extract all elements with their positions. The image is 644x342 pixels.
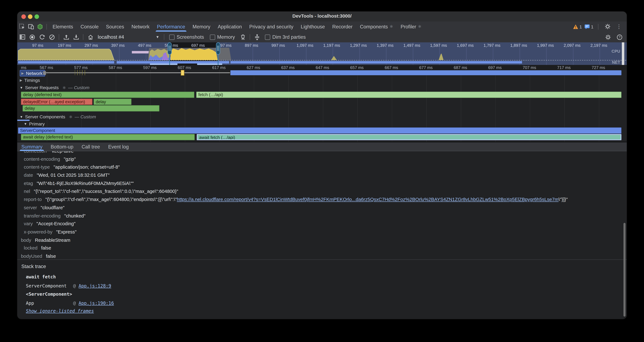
toggle-sidebar-icon[interactable]: [17, 33, 27, 41]
tab-lighthouse[interactable]: Lighthouse: [297, 22, 329, 32]
dim-third-parties-checkbox[interactable]: Dim 3rd parties: [265, 34, 306, 40]
source-location-link[interactable]: App.js:190:16: [78, 300, 114, 306]
screen: DevTools - localhost:3000/ ElementsConso…: [0, 0, 644, 342]
issues-badge[interactable]: 1: [584, 24, 594, 29]
overview-time-label: 1,297 ms: [350, 43, 367, 48]
tab-profiler[interactable]: Profiler⚛: [397, 22, 425, 32]
collapsed-triangle-icon: ▶: [20, 78, 22, 82]
checkbox-box: [265, 34, 270, 40]
device-toolbar-icon[interactable]: [26, 23, 35, 30]
tab-console[interactable]: Console: [77, 22, 102, 32]
details-tab-bottom-up[interactable]: Bottom-up: [46, 142, 78, 151]
memory-checkbox[interactable]: Memory: [210, 34, 235, 40]
nodejs-icon[interactable]: [35, 23, 44, 30]
flame-bar-fetch-api[interactable]: fetch (…/api): [196, 92, 622, 98]
selection-right-handle[interactable]: [216, 42, 220, 55]
property-key: locked: [24, 246, 38, 250]
flame-bar-delay[interactable]: delay: [23, 105, 160, 112]
track-header-server-requests[interactable]: ▼ Server Requests ⚛ — Custom: [20, 85, 89, 90]
ruler-time-label: 687 ms: [454, 65, 467, 70]
flame-bar-servercomponent[interactable]: ServerComponent: [18, 127, 621, 134]
details-tab-summary[interactable]: Summary: [17, 142, 46, 151]
reload-and-record-icon[interactable]: [37, 33, 47, 41]
source-location-link[interactable]: App.js:128:9: [78, 283, 111, 289]
details-tab-event-log[interactable]: Event log: [104, 142, 133, 151]
property-value: "Accept-Encoding": [36, 221, 76, 226]
tab-sources[interactable]: Sources: [102, 22, 128, 32]
timeline-overview[interactable]: 97 ms197 ms297 ms397 ms497 ms597 ms697 m…: [17, 42, 627, 65]
report-url-link[interactable]: https://a.nel.cloudflare.com/report/v4?s…: [177, 197, 558, 202]
overview-time-label: 1,597 ms: [430, 43, 447, 48]
tab-bar-right: 1 1 ⋮: [573, 23, 627, 30]
garbage-collect-icon[interactable]: [238, 33, 248, 41]
tab-components[interactable]: Components⚛: [356, 22, 397, 32]
flame-bar-delayederror-ayed-exception[interactable]: delayedError (…ayed exception): [21, 99, 92, 105]
more-options-kebab-icon[interactable]: ⋮: [614, 23, 624, 30]
warnings-badge[interactable]: 1: [573, 24, 582, 29]
stack-trace-list: await fetchServerComponent@ App.js:128:9…: [26, 274, 114, 316]
property-value: ReadableStream: [35, 237, 70, 242]
flame-bar-delay-deferred-text[interactable]: delay (deferred text): [21, 92, 194, 98]
flame-bar-await-fetch-api[interactable]: await fetch (…/api): [197, 134, 621, 140]
home-icon[interactable]: [86, 33, 95, 41]
flame-bar-delay[interactable]: delay: [94, 99, 131, 105]
network-request-bar[interactable]: [230, 70, 621, 75]
network-track-line: [46, 72, 230, 73]
track-header-server-components[interactable]: ▼ Server Components ⚛ — Custom: [20, 114, 96, 119]
overview-time-label: 1,697 ms: [457, 43, 474, 48]
ruler-time-label: 577 ms: [74, 65, 88, 70]
summary-tabs: SummaryBottom-upCall treeEvent log: [17, 142, 133, 151]
flame-chart-tracks: ▶ Network ▶ Timings ▼ Server Requests ⚛ …: [17, 70, 627, 142]
react-badge-icon: ⚛: [390, 24, 393, 29]
tab-application[interactable]: Application: [214, 22, 246, 32]
record-icon[interactable]: [27, 33, 37, 41]
tab-elements[interactable]: Elements: [49, 22, 77, 32]
inspect-element-icon[interactable]: [17, 23, 26, 30]
ruler-time-label: 667 ms: [385, 65, 398, 70]
show-ignore-listed-frames-link[interactable]: Show ignore-listed frames: [26, 308, 94, 314]
tab-performance[interactable]: Performance: [153, 22, 189, 32]
property-key: content-encoding: [24, 157, 60, 161]
tab-label: Performance: [157, 24, 185, 29]
at-separator: @: [73, 300, 78, 306]
track-resize-grip[interactable]: [43, 71, 46, 75]
property-row-content-encoding: content-encoding"gzip": [17, 155, 621, 163]
collapse-tracks-icon[interactable]: [252, 33, 262, 41]
save-profile-icon[interactable]: [71, 33, 81, 41]
frame-function-name: App: [26, 300, 73, 306]
separator: [59, 34, 59, 40]
devtools-tab-bar: ElementsConsoleSourcesNetworkPerformance…: [17, 22, 627, 32]
property-value: "keep-alive": [50, 151, 75, 153]
help-icon[interactable]: ?: [614, 33, 624, 41]
stack-row-show-ignore-listed-frames[interactable]: Show ignore-listed frames: [26, 308, 114, 316]
property-key: vary: [24, 221, 33, 226]
ruler-time-label: 637 ms: [281, 65, 294, 70]
ruler-unit: ms: [21, 65, 26, 70]
clear-icon[interactable]: [47, 33, 56, 41]
ruler-time-label: 627 ms: [247, 65, 260, 70]
selection-left-handle[interactable]: [168, 42, 172, 55]
track-header-primary[interactable]: ▼ Primary: [24, 121, 45, 126]
history-dropdown[interactable]: localhost #4 ▼: [95, 34, 162, 40]
details-scrollbar-thumb[interactable]: [624, 223, 626, 317]
overview-scroll-gutter[interactable]: [622, 42, 624, 65]
property-value: "W/\"4b1-RjEJloX9kRinu6F0MAZMmy6E5iA\"": [37, 181, 134, 186]
settings-gear-icon[interactable]: [603, 23, 612, 30]
details-tab-call-tree[interactable]: Call tree: [78, 142, 104, 151]
tab-network[interactable]: Network: [128, 22, 153, 32]
capture-settings-gear-icon[interactable]: [603, 33, 613, 41]
cpu-spike-1: [331, 56, 337, 60]
load-profile-icon[interactable]: [61, 33, 71, 41]
network-request-marker[interactable]: [181, 70, 184, 76]
flame-bar-await-delay-deferred-text[interactable]: await delay (deferred text): [21, 134, 194, 140]
property-value: "Express": [56, 229, 76, 234]
property-key: server: [24, 205, 37, 210]
tab-privacy-and-security[interactable]: Privacy and security: [246, 22, 297, 32]
react-badge-icon: ⚛: [62, 85, 66, 90]
tab-memory[interactable]: Memory: [189, 22, 214, 32]
track-header-timings[interactable]: ▶ Timings: [20, 78, 40, 83]
tab-recorder[interactable]: Recorder: [328, 22, 356, 32]
track-header-network[interactable]: ▶ Network: [20, 70, 45, 77]
stack-row-servercomponent: ServerComponent@ App.js:128:9: [26, 283, 114, 291]
screenshots-checkbox[interactable]: Screenshots: [169, 34, 204, 40]
